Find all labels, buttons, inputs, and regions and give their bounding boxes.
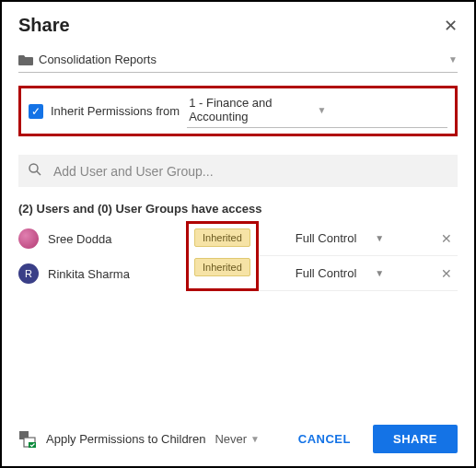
search-icon [28,162,42,180]
cancel-button[interactable]: CANCEL [285,425,364,453]
user-row-right: Full Control ▼ ✕ [259,256,458,291]
inherit-checkbox[interactable]: ✓ [29,104,43,119]
users-list: Sree Dodda R Rinkita Sharma Inherited In… [18,221,458,291]
apply-frequency-dropdown[interactable]: Never ▼ [215,432,260,446]
role-value: Full Control [296,266,356,280]
inherit-row: ✓ Inherit Permissions from 1 - Finance a… [29,94,447,128]
user-name: Sree Dodda [48,232,111,246]
access-summary: (2) Users and (0) User Groups have acces… [18,202,458,216]
share-dialog: Share ✕ Consolidation Reports ▼ ✓ Inheri… [0,0,476,468]
chevron-down-icon: ▼ [375,233,384,243]
apply-frequency-value: Never [215,432,247,446]
apply-to-children-label: Apply Permissions to Children [46,432,205,446]
chevron-down-icon: ▼ [375,268,384,278]
inherit-prefix: Inherit Permissions from [51,104,180,118]
inherit-highlight: ✓ Inherit Permissions from 1 - Finance a… [18,86,458,136]
chevron-down-icon: ▼ [318,105,446,115]
inherited-badge: Inherited [194,258,250,276]
apply-to-children-icon [18,430,37,449]
svg-point-0 [29,164,38,172]
inherited-badge: Inherited [194,228,250,247]
share-button[interactable]: SHARE [373,425,458,453]
folder-icon [18,53,33,66]
role-value: Full Control [296,231,356,245]
chevron-down-icon: ▼ [250,434,260,444]
folder-selector[interactable]: Consolidation Reports ▼ [18,49,458,73]
inherited-badges-highlight: Inherited Inherited [186,221,259,291]
user-row-right: Full Control ▼ ✕ [259,221,458,256]
remove-user-icon[interactable]: ✕ [435,231,458,246]
dialog-footer: Apply Permissions to Children Never ▼ CA… [18,417,458,453]
dialog-header: Share ✕ [18,15,458,36]
role-dropdown[interactable]: Full Control ▼ [296,266,426,280]
user-name: Rinkita Sharma [48,267,130,281]
remove-user-icon[interactable]: ✕ [435,266,458,281]
svg-line-1 [37,171,41,175]
close-icon[interactable]: ✕ [444,18,458,34]
role-dropdown[interactable]: Full Control ▼ [296,231,426,245]
inherit-source-dropdown[interactable]: 1 - Finance and Accounting ▼ [187,94,447,128]
avatar [18,228,39,249]
user-row-left: Sree Dodda [18,221,186,256]
inherit-source-value: 1 - Finance and Accounting [189,96,317,123]
add-user-search[interactable] [18,155,458,187]
avatar: R [18,263,39,284]
dialog-title: Share [18,15,70,36]
folder-name: Consolidation Reports [39,53,443,66]
user-row-left: R Rinkita Sharma [18,256,186,291]
add-user-input[interactable] [52,163,448,180]
svg-rect-4 [29,442,36,448]
chevron-down-icon: ▼ [448,54,458,64]
